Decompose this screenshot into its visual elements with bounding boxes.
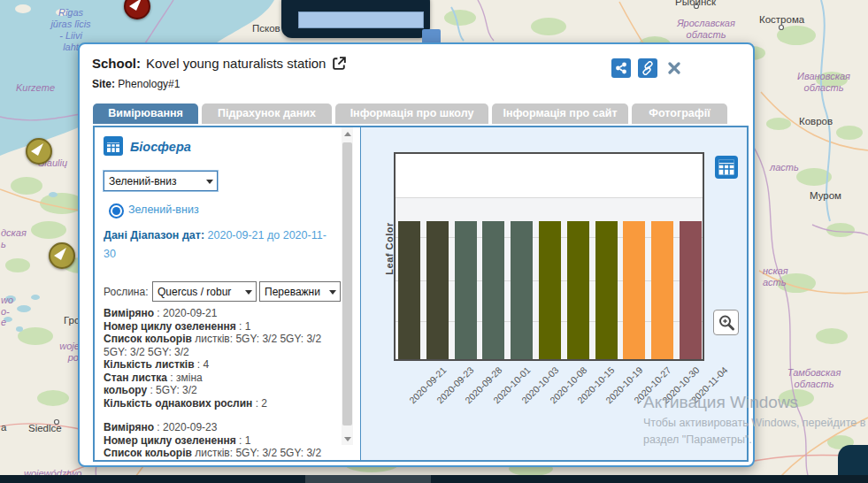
section-title: Біосфера	[130, 140, 191, 154]
measurement-line: Номер циклу озеленення : 1	[104, 434, 342, 448]
share-icon	[614, 61, 628, 75]
date-range-label: Дані Діапазон дат:	[104, 229, 204, 242]
plant-select-value: Quercus / robur	[157, 286, 231, 298]
site-name: Phenology#1	[118, 78, 180, 90]
color-type-select[interactable]: Переважни	[259, 281, 341, 302]
tab-5[interactable]: Фотографії	[632, 104, 727, 124]
open-in-new-icon[interactable]	[331, 55, 348, 72]
school-title: School: Kovel young naturalists station	[92, 55, 348, 72]
chevron-down-icon	[329, 290, 336, 295]
color-type-select-value: Переважни	[265, 286, 320, 298]
left-panel-scrollbar[interactable]	[342, 127, 353, 445]
scroll-up-button[interactable]	[342, 127, 353, 140]
chart-table-button[interactable]	[715, 156, 738, 182]
zoom-in-icon	[717, 313, 736, 333]
measurement-line: Стан листка : зміна	[104, 372, 342, 385]
station-dialog: School: Kovel young naturalists station …	[78, 42, 755, 467]
school-label: School:	[92, 56, 141, 71]
bar-2020-11-04[interactable]	[680, 221, 702, 359]
chevron-down-icon	[245, 290, 252, 295]
scrollbar-thumb[interactable]	[342, 142, 352, 426]
bar-2020-10-01[interactable]	[482, 221, 504, 359]
scroll-down-button[interactable]	[342, 433, 353, 445]
measurement-line: Номер циклу озеленення : 1	[104, 320, 342, 334]
table-icon	[104, 136, 123, 159]
close-icon	[667, 61, 681, 75]
tab-3[interactable]: Інформація про школу	[335, 104, 488, 124]
measurement-line: Кількість листків : 4	[104, 358, 342, 372]
measurement-line: Виміряно : 2020-09-23	[104, 421, 342, 434]
protocol-select-value: Зелений-вниз	[109, 175, 176, 188]
measurement-line: Список кольорів листків: 5GY: 3/2 5GY: 3…	[104, 447, 342, 460]
olive-station-marker[interactable]	[49, 242, 75, 269]
screen: Rīgas jūras līcis - Liivi lahtKurzemeŠia…	[0, 0, 868, 483]
measurement-line: Кількість однакових рослин : 2	[104, 397, 342, 410]
plant-select[interactable]: Quercus / robur	[152, 281, 257, 302]
olive-station-marker[interactable]	[26, 138, 52, 165]
measurement-line: Список кольорів листків: 5GY: 3/2 5GY: 3…	[104, 333, 342, 358]
bar-2020-10-03[interactable]	[511, 221, 533, 359]
school-name: Kovel young naturalists station	[146, 56, 326, 71]
bar-2020-10-30[interactable]	[651, 221, 673, 359]
measurement-block: Виміряно : 2020-09-21Номер циклу озелене…	[104, 307, 342, 410]
share-button[interactable]	[611, 58, 631, 78]
link-icon	[641, 61, 655, 75]
close-button[interactable]	[664, 58, 684, 78]
chart-panel: Leaf Color 2020-09-212020-09-232020-09-2…	[360, 127, 748, 460]
measurement-line: кольору : 5GY: 3/2	[104, 384, 342, 397]
measurement-list: Виміряно : 2020-09-21Номер циклу озелене…	[104, 307, 342, 460]
bar-2020-09-28[interactable]	[455, 221, 477, 359]
greendown-radio-label: Зелений-вниз	[128, 203, 199, 216]
slider-track[interactable]	[298, 12, 424, 28]
site-title: Site: Phenology#1	[92, 78, 180, 90]
table-icon	[715, 156, 738, 179]
link-button[interactable]	[638, 58, 657, 78]
bar-2020-10-15[interactable]	[567, 221, 589, 359]
leaf-color-chart: Leaf Color	[394, 152, 704, 361]
plant-label: Рослина:	[104, 286, 149, 298]
bar-2020-09-23[interactable]	[426, 221, 449, 359]
tab-2[interactable]: Підрахунок даних	[202, 104, 332, 124]
bottom-bar-segment	[305, 475, 431, 483]
zoom-in-button[interactable]	[713, 310, 739, 335]
header-actions	[611, 58, 684, 78]
measurement-line: Виміряно : 2020-09-21	[104, 307, 342, 320]
bar-2020-09-21[interactable]	[398, 221, 420, 359]
protocol-select[interactable]: Зелений-вниз	[104, 171, 218, 191]
arrow-up-icon	[344, 132, 351, 136]
tab-4[interactable]: Інформація про сайт	[492, 104, 628, 124]
y-axis-label: Leaf Color	[384, 196, 395, 302]
site-label: Site:	[92, 78, 115, 90]
bar-2020-10-19[interactable]	[595, 221, 618, 359]
arrow-down-icon	[344, 437, 351, 441]
greendown-radio[interactable]	[109, 203, 124, 218]
bar-2020-10-08[interactable]	[539, 221, 561, 359]
date-range: Дані Діапазон дат: 2020-09-21 до 2020-11…	[104, 226, 338, 264]
map-time-slider	[281, 0, 430, 38]
dialog-content: Біосфера Зелений-вниз Зелений-вниз Дані …	[93, 126, 749, 462]
bar-2020-10-27[interactable]	[623, 221, 645, 359]
tab-1[interactable]: Вимірювання	[93, 104, 198, 124]
gridline	[396, 197, 703, 198]
measurement-block: Виміряно : 2020-09-23Номер циклу озелене…	[104, 421, 342, 460]
bottom-bar	[0, 475, 868, 483]
chevron-down-icon	[206, 180, 213, 184]
x-axis-labels: 2020-09-212020-09-232020-09-282020-10-01…	[394, 364, 704, 426]
measurements-panel: Біосфера Зелений-вниз Зелений-вниз Дані …	[95, 127, 342, 460]
tab-bar: ВимірюванняПідрахунок данихІнформація пр…	[93, 104, 731, 124]
